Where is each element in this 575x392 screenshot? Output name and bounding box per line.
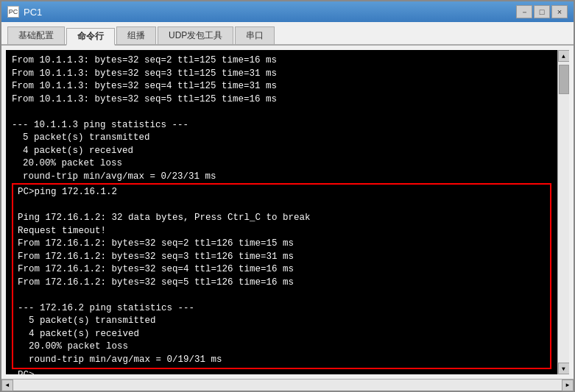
- content-area: From 10.1.1.3: bytes=32 seq=2 ttl=125 ti…: [1, 46, 574, 379]
- tab-serial[interactable]: 串口: [235, 26, 275, 44]
- title-bar-left: PC PC1: [7, 6, 42, 18]
- tab-udp-tool[interactable]: UDP发包工具: [158, 26, 233, 44]
- tab-command-line[interactable]: 命令行: [66, 28, 115, 46]
- horizontal-scrollbar[interactable]: ◄ ►: [1, 379, 574, 391]
- tab-bar: 基础配置 命令行 组播 UDP发包工具 串口: [1, 22, 574, 46]
- scrollbar-thumb[interactable]: [559, 65, 569, 94]
- terminal-prompt[interactable]: PC>: [12, 369, 551, 374]
- minimize-button[interactable]: －: [516, 5, 532, 18]
- terminal-upper-section: From 10.1.1.3: bytes=32 seq=2 ttl=125 ti…: [12, 54, 551, 183]
- terminal-highlighted-section: PC>ping 172.16.1.2 Ping 172.16.1.2: 32 d…: [12, 183, 551, 369]
- main-window: PC PC1 － □ × 基础配置 命令行 组播 UDP发包工具 串口 From…: [0, 0, 575, 392]
- terminal-container: From 10.1.1.3: bytes=32 seq=2 ttl=125 ti…: [6, 50, 569, 374]
- app-icon: PC: [7, 6, 19, 18]
- scroll-left-button[interactable]: ◄: [1, 379, 13, 391]
- tab-multicast[interactable]: 组播: [116, 26, 156, 44]
- scrollbar-h-track: [13, 379, 562, 391]
- close-button[interactable]: ×: [551, 5, 568, 18]
- maximize-button[interactable]: □: [534, 5, 550, 18]
- scroll-right-button[interactable]: ►: [562, 379, 574, 391]
- terminal-scroll-area: From 10.1.1.3: bytes=32 seq=2 ttl=125 ti…: [6, 50, 557, 374]
- scroll-down-button[interactable]: ▼: [558, 363, 570, 374]
- scroll-up-button[interactable]: ▲: [558, 50, 570, 62]
- title-bar: PC PC1 － □ ×: [1, 1, 574, 22]
- terminal[interactable]: From 10.1.1.3: bytes=32 seq=2 ttl=125 ti…: [6, 50, 557, 374]
- tab-basic-config[interactable]: 基础配置: [7, 26, 65, 44]
- vertical-scrollbar[interactable]: ▲ ▼: [557, 50, 569, 374]
- scrollbar-track: [558, 62, 569, 363]
- window-title: PC1: [24, 7, 42, 18]
- title-buttons: － □ ×: [516, 5, 568, 18]
